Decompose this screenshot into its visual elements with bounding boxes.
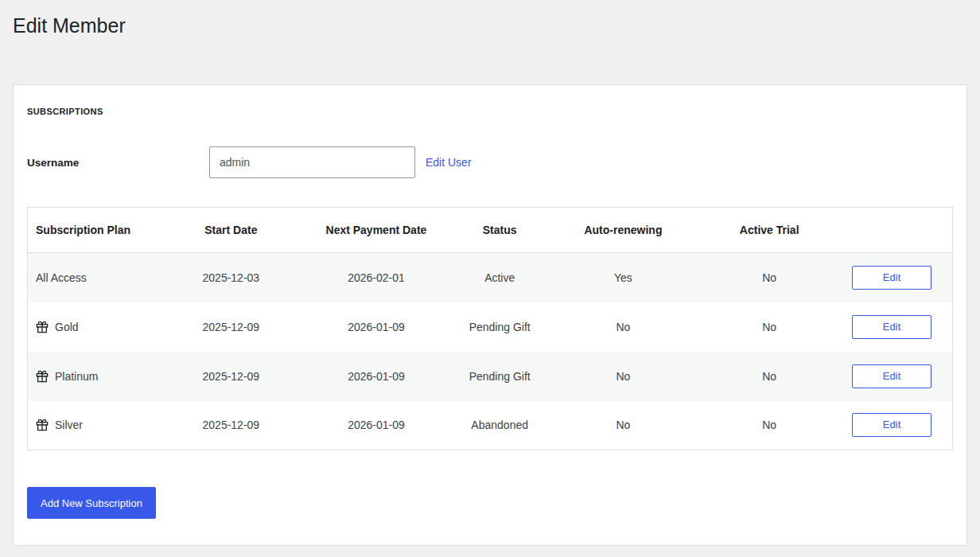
plan-name: All Access bbox=[36, 271, 87, 284]
plan-name: Gold bbox=[55, 321, 79, 333]
cell-active-trial: No bbox=[707, 253, 831, 302]
table-row: Gold2025-12-092026-01-09Pending GiftNoNo… bbox=[28, 302, 953, 352]
edit-user-link[interactable]: Edit User bbox=[426, 156, 472, 169]
table-row: Platinum2025-12-092026-01-09Pending Gift… bbox=[28, 352, 953, 401]
cell-active-trial: No bbox=[707, 401, 831, 450]
cell-next-payment-date: 2026-01-09 bbox=[292, 401, 461, 450]
header-status: Status bbox=[461, 208, 539, 253]
cell-start-date: 2025-12-03 bbox=[170, 253, 293, 302]
edit-subscription-button[interactable]: Edit bbox=[852, 413, 931, 437]
cell-start-date: 2025-12-09 bbox=[170, 401, 293, 450]
header-actions bbox=[831, 208, 952, 253]
gift-icon bbox=[36, 370, 49, 383]
cell-subscription-plan: All Access bbox=[28, 253, 170, 302]
cell-auto-renewing: No bbox=[539, 352, 708, 401]
subscription-table-body: All Access2025-12-032026-02-01ActiveYesN… bbox=[28, 253, 953, 450]
cell-next-payment-date: 2026-02-01 bbox=[292, 253, 461, 302]
plan-name: Silver bbox=[55, 419, 83, 431]
cell-status: Abandoned bbox=[461, 401, 539, 450]
gift-icon bbox=[36, 419, 49, 431]
cell-subscription-plan: Silver bbox=[28, 401, 170, 450]
cell-actions: Edit bbox=[831, 352, 952, 401]
add-new-subscription-button[interactable]: Add New Subscription bbox=[27, 487, 156, 519]
edit-subscription-button[interactable]: Edit bbox=[852, 364, 931, 388]
header-start-date: Start Date bbox=[170, 208, 293, 253]
header-next-payment-date: Next Payment Date bbox=[292, 208, 461, 253]
cell-actions: Edit bbox=[831, 401, 952, 450]
cell-active-trial: No bbox=[707, 302, 831, 352]
cell-start-date: 2025-12-09 bbox=[170, 302, 293, 352]
table-row: All Access2025-12-032026-02-01ActiveYesN… bbox=[28, 253, 953, 302]
cell-auto-renewing: No bbox=[539, 401, 708, 450]
username-label: Username bbox=[27, 157, 209, 169]
section-heading: SUBSCRIPTIONS bbox=[27, 107, 953, 116]
cell-auto-renewing: No bbox=[539, 302, 708, 352]
cell-subscription-plan: Platinum bbox=[28, 352, 170, 401]
header-auto-renewing: Auto-renewing bbox=[539, 208, 708, 253]
cell-auto-renewing: Yes bbox=[539, 253, 708, 302]
username-input[interactable] bbox=[209, 146, 415, 178]
cell-next-payment-date: 2026-01-09 bbox=[292, 352, 461, 401]
edit-subscription-button[interactable]: Edit bbox=[852, 315, 931, 339]
header-active-trial: Active Trial bbox=[707, 208, 831, 253]
username-field-row: Username Edit User bbox=[27, 146, 953, 178]
cell-actions: Edit bbox=[831, 302, 952, 352]
table-row: Silver2025-12-092026-01-09AbandonedNoNoE… bbox=[28, 401, 953, 450]
table-header-row: Subscription Plan Start Date Next Paymen… bbox=[28, 208, 953, 253]
header-subscription-plan: Subscription Plan bbox=[28, 208, 170, 253]
page-title: Edit Member bbox=[0, 0, 980, 38]
edit-subscription-button[interactable]: Edit bbox=[852, 266, 931, 290]
cell-start-date: 2025-12-09 bbox=[170, 352, 293, 401]
cell-status: Active bbox=[461, 253, 539, 302]
cell-next-payment-date: 2026-01-09 bbox=[292, 302, 461, 352]
cell-active-trial: No bbox=[707, 352, 831, 401]
gift-icon bbox=[36, 321, 49, 333]
cell-subscription-plan: Gold bbox=[28, 302, 170, 352]
subscriptions-table: Subscription Plan Start Date Next Paymen… bbox=[27, 207, 953, 450]
cell-status: Pending Gift bbox=[461, 302, 539, 352]
cell-actions: Edit bbox=[831, 253, 952, 302]
subscriptions-card: SUBSCRIPTIONS Username Edit User Subscri… bbox=[13, 84, 967, 546]
plan-name: Platinum bbox=[55, 370, 98, 383]
cell-status: Pending Gift bbox=[461, 352, 539, 401]
